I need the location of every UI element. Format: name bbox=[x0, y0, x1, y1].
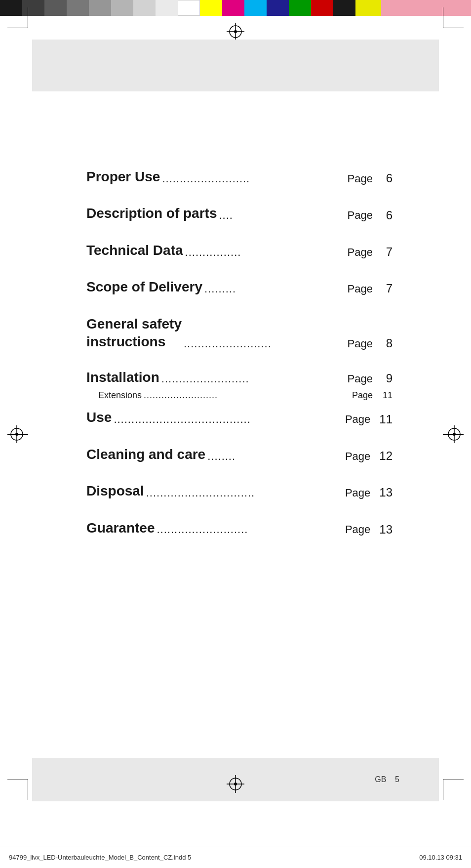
toc-title-installation: Installation bbox=[86, 370, 159, 385]
swatch-gray5 bbox=[111, 0, 133, 16]
toc-entry-description: Description of parts .... Page 6 bbox=[86, 205, 392, 222]
toc-dots-technical: ................ bbox=[183, 246, 348, 260]
footer-country-code: GB bbox=[375, 775, 386, 784]
footer-text: GB 5 bbox=[375, 775, 399, 784]
toc-entry-disposal: Disposal ...............................… bbox=[86, 482, 392, 500]
filename-left: 94799_livx_LED-Unterbauleuchte_Model_B_C… bbox=[9, 854, 191, 861]
toc-page-label-scope: Page bbox=[348, 282, 373, 296]
toc-page-label-use: Page bbox=[345, 413, 370, 427]
toc-entry-guarantee: Guarantee .......................... Pag… bbox=[86, 519, 392, 537]
toc-page-label-disposal: Page bbox=[345, 486, 370, 500]
toc-dots-use: ....................................... bbox=[112, 413, 345, 427]
toc-installation-main: Installation ......................... P… bbox=[86, 370, 392, 385]
toc-page-label-extensions: Page bbox=[352, 390, 373, 401]
toc-dots-extensions: ......................... bbox=[142, 390, 352, 401]
swatch-green bbox=[289, 0, 311, 16]
svg-point-3 bbox=[234, 30, 237, 33]
svg-point-11 bbox=[453, 433, 456, 436]
toc-dots-cleaning: ........ bbox=[205, 450, 345, 464]
reg-mark-bottom bbox=[227, 775, 244, 793]
toc-dots-description: .... bbox=[217, 208, 347, 223]
swatch-lightyellow bbox=[355, 0, 381, 16]
swatch-pink bbox=[381, 0, 471, 16]
toc-page-label-cleaning: Page bbox=[345, 450, 370, 464]
toc-dots-installation: ......................... bbox=[159, 372, 348, 385]
swatch-red bbox=[311, 0, 333, 16]
toc-entry-use: Use ....................................… bbox=[86, 409, 392, 426]
toc-entry-proper-use: Proper Use ......................... Pag… bbox=[86, 168, 392, 186]
toc-page-label-technical: Page bbox=[348, 246, 373, 260]
toc-page-num-proper-use: 6 bbox=[382, 170, 392, 186]
color-bar bbox=[0, 0, 471, 16]
reg-mark-right bbox=[445, 425, 463, 443]
crop-mark-tr-h bbox=[443, 28, 464, 28]
toc-title-safety-line1: General safety bbox=[86, 315, 182, 333]
swatch-gray3 bbox=[67, 0, 89, 16]
toc-dots-disposal: ............................... bbox=[144, 486, 345, 500]
swatch-gray4 bbox=[89, 0, 111, 16]
toc-title-guarantee: Guarantee bbox=[86, 519, 155, 537]
swatch-black1 bbox=[0, 0, 22, 16]
reg-mark-left bbox=[8, 425, 26, 443]
swatch-white bbox=[178, 0, 200, 16]
crop-mark-tl-h bbox=[7, 28, 28, 28]
swatch-blue bbox=[267, 0, 289, 16]
toc-page-num-disposal: 13 bbox=[379, 485, 392, 500]
crop-mark-tl-v bbox=[28, 7, 28, 28]
toc-dots-proper-use: ......................... bbox=[160, 172, 347, 186]
bottom-filename-bar: 94799_livx_LED-Unterbauleuchte_Model_B_C… bbox=[0, 846, 471, 868]
filename-datetime: 09.10.13 09:31 bbox=[419, 854, 462, 861]
toc-page-label-proper-use: Page bbox=[348, 172, 373, 186]
crop-mark-br-v bbox=[443, 779, 443, 800]
toc-title-technical: Technical Data bbox=[86, 242, 183, 259]
toc-title-safety-line2: instructions bbox=[86, 333, 182, 351]
toc-dots-guarantee: .......................... bbox=[155, 523, 345, 537]
crop-mark-tr-v bbox=[443, 7, 443, 28]
toc-page-num-extensions: 11 bbox=[382, 390, 392, 401]
toc-page-num-safety: 8 bbox=[382, 335, 392, 351]
toc-entry-technical: Technical Data ................ Page 7 bbox=[86, 242, 392, 259]
toc-title-use: Use bbox=[86, 409, 112, 426]
toc-title-proper-use: Proper Use bbox=[86, 168, 160, 186]
toc-page-num-guarantee: 13 bbox=[379, 522, 392, 537]
toc-entry-cleaning: Cleaning and care ........ Page 12 bbox=[86, 446, 392, 463]
reg-mark-top bbox=[227, 23, 244, 41]
toc-page-label-guarantee: Page bbox=[345, 523, 370, 537]
top-header-area bbox=[32, 40, 439, 91]
toc-title-extensions: Extensions bbox=[86, 390, 142, 401]
toc-entry-installation: Installation ......................... P… bbox=[86, 370, 392, 401]
toc-title-disposal: Disposal bbox=[86, 482, 144, 500]
swatch-black2 bbox=[333, 0, 355, 16]
swatch-gray1 bbox=[22, 0, 44, 16]
svg-point-7 bbox=[15, 433, 18, 436]
toc-page-num-installation: 9 bbox=[382, 372, 392, 385]
toc-page-label-description: Page bbox=[348, 208, 373, 223]
footer-page-num: 5 bbox=[395, 775, 399, 784]
toc-page-num-scope: 7 bbox=[382, 281, 392, 296]
toc-page-num-use: 11 bbox=[379, 412, 392, 427]
toc-title-description: Description of parts bbox=[86, 205, 217, 222]
swatch-magenta bbox=[222, 0, 244, 16]
swatch-gray6 bbox=[133, 0, 156, 16]
toc-page-label-safety: Page bbox=[348, 337, 373, 351]
swatch-cyan bbox=[244, 0, 267, 16]
toc-container: Proper Use ......................... Pag… bbox=[86, 168, 392, 556]
toc-entry-scope: Scope of Delivery ......... Page 7 bbox=[86, 278, 392, 296]
toc-dots-scope: ......... bbox=[202, 282, 348, 296]
toc-page-num-description: 6 bbox=[382, 207, 392, 223]
toc-title-scope: Scope of Delivery bbox=[86, 278, 202, 296]
toc-page-label-installation: Page bbox=[348, 372, 373, 385]
crop-mark-br-h bbox=[443, 780, 464, 780]
toc-page-num-technical: 7 bbox=[382, 244, 392, 259]
toc-entry-safety: General safety instructions ............… bbox=[86, 315, 392, 351]
swatch-gray2 bbox=[44, 0, 67, 16]
toc-title-cleaning: Cleaning and care bbox=[86, 446, 205, 463]
toc-page-num-cleaning: 12 bbox=[379, 448, 392, 463]
svg-point-15 bbox=[234, 783, 237, 785]
crop-mark-bl-h bbox=[7, 780, 28, 780]
swatch-yellow bbox=[200, 0, 222, 16]
toc-dots-safety: ......................... bbox=[182, 337, 348, 351]
crop-mark-bl-v bbox=[28, 779, 28, 800]
swatch-lightgray bbox=[156, 0, 178, 16]
toc-extensions-sub: Extensions ......................... Pag… bbox=[86, 390, 392, 401]
